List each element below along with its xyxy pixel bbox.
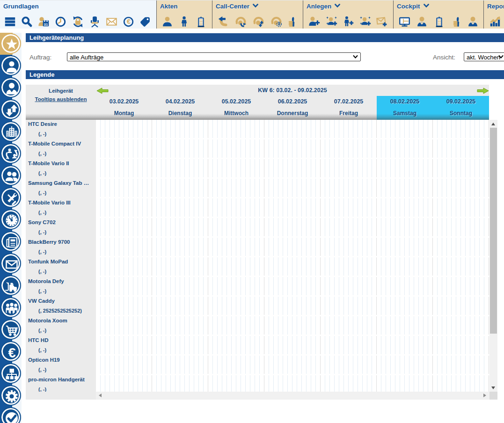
- svg-text:€: €: [126, 18, 130, 25]
- svg-text:31: 31: [44, 22, 48, 27]
- svg-text:€: €: [8, 345, 15, 360]
